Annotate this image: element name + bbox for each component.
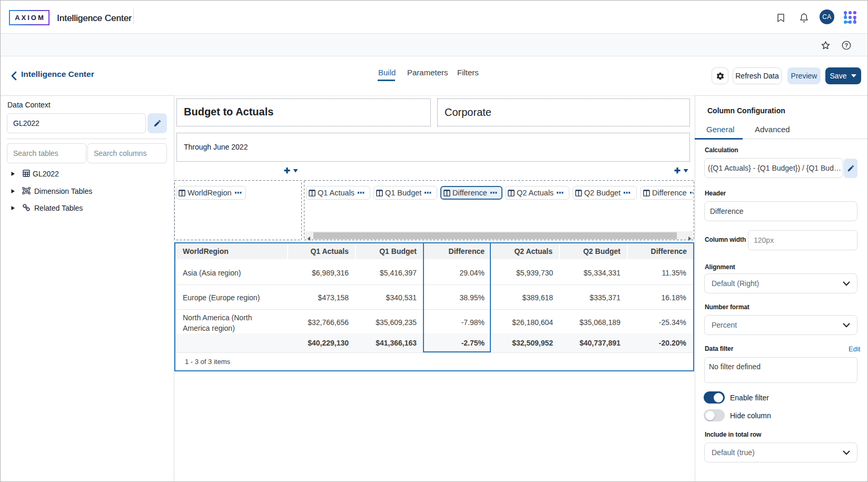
svg-text:?: ?	[845, 42, 848, 48]
